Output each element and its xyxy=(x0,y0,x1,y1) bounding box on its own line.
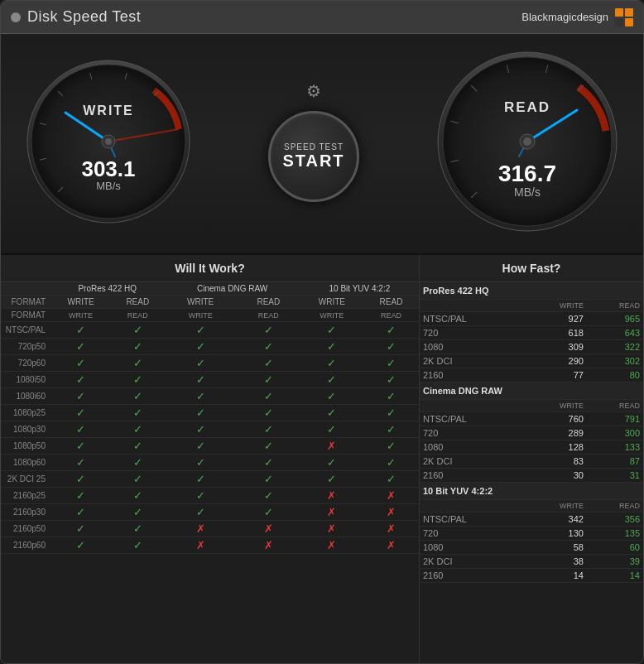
table-row: FORMATWRITEREADWRITEREADWRITEREAD xyxy=(1,309,419,322)
check-icon: ✓ xyxy=(264,440,273,452)
row-label: 2K DCI xyxy=(420,555,524,569)
value-cell: ✓ xyxy=(237,372,300,388)
value-cell: ✓ xyxy=(111,455,164,471)
read-value: 14 xyxy=(587,569,643,583)
value-cell: ✓ xyxy=(50,455,111,471)
value-cell: ✓ xyxy=(164,488,237,504)
yuv-read-header: READ xyxy=(363,296,419,309)
logo-area: Blackmagicdesign xyxy=(521,8,633,26)
format-cell: 1080p60 xyxy=(1,455,50,471)
table-row: 1080p25✓✓✓✓✓✓ xyxy=(1,405,419,421)
format-cell: FORMAT xyxy=(1,309,50,322)
value-cell: ✓ xyxy=(111,388,164,405)
format-cell: 2160p50 xyxy=(1,521,50,537)
format-cell: 1080i50 xyxy=(1,372,50,388)
check-icon: ✓ xyxy=(133,522,142,535)
check-icon: ✓ xyxy=(76,340,85,353)
gear-icon[interactable]: ⚙ xyxy=(306,81,321,101)
value-cell: ✗ xyxy=(164,537,237,554)
data-row: 2K DCI290302 xyxy=(420,354,643,368)
col-header-cell xyxy=(420,400,524,412)
data-row: 720130135 xyxy=(420,527,643,541)
app-window: Disk Speed Test Blackmagicdesign xyxy=(0,0,644,664)
check-icon: ✓ xyxy=(76,407,85,419)
row-label: NTSC/PAL xyxy=(420,312,524,326)
check-icon: ✓ xyxy=(76,539,85,551)
check-icon: ✓ xyxy=(264,340,273,353)
write-gauge: WRITE 303.1 MB/s xyxy=(26,59,191,224)
value-cell: ✓ xyxy=(111,504,164,521)
format-cell: NTSC/PAL xyxy=(1,322,50,339)
value-cell: ✗ xyxy=(300,488,363,504)
value-cell: WRITE xyxy=(50,309,111,322)
col-header-cell: WRITE xyxy=(524,300,587,312)
value-cell: ✗ xyxy=(237,521,300,537)
row-label: 2K DCI xyxy=(420,354,524,368)
read-value: 965 xyxy=(587,312,643,326)
value-cell: ✓ xyxy=(237,322,300,339)
check-icon: ✓ xyxy=(264,456,273,469)
value-cell: ✓ xyxy=(50,355,111,372)
read-value: 322 xyxy=(587,340,643,354)
format-cell: 2160p30 xyxy=(1,504,50,521)
check-icon: ✓ xyxy=(387,473,396,485)
check-icon: ✓ xyxy=(387,340,396,353)
svg-text:MB/s: MB/s xyxy=(514,185,541,199)
col-header-row: WRITEREAD xyxy=(420,300,643,312)
check-icon: ✓ xyxy=(196,489,205,502)
format-col-header: FORMAT xyxy=(1,296,50,309)
svg-point-30 xyxy=(523,137,531,146)
check-icon: ✓ xyxy=(196,423,205,435)
value-cell: ✗ xyxy=(363,504,419,521)
format-cell: 1080p50 xyxy=(1,438,50,455)
value-cell: ✓ xyxy=(237,488,300,504)
value-cell: ✓ xyxy=(363,355,419,372)
close-button[interactable] xyxy=(11,12,21,22)
cross-icon: ✗ xyxy=(327,522,336,535)
check-icon: ✓ xyxy=(76,473,85,485)
svg-text:READ: READ xyxy=(504,99,550,115)
start-button[interactable]: SPEED TEST START xyxy=(268,111,359,202)
svg-point-13 xyxy=(105,138,112,145)
value-cell: ✓ xyxy=(50,488,111,504)
check-icon: ✓ xyxy=(264,473,273,485)
check-icon: ✓ xyxy=(196,440,205,452)
yuv-write-header: WRITE xyxy=(300,296,363,309)
check-icon: ✓ xyxy=(76,506,85,518)
row-label: 720 xyxy=(420,426,524,440)
value-cell: ✓ xyxy=(50,421,111,438)
check-icon: ✓ xyxy=(387,373,396,386)
section-header-cell: Cinema DNG RAW xyxy=(420,383,643,400)
col-header-cell: READ xyxy=(587,300,643,312)
section-header-cell: ProRes 422 HQ xyxy=(420,282,643,300)
value-cell: ✓ xyxy=(237,438,300,455)
value-cell: ✓ xyxy=(50,537,111,554)
title-bar-left: Disk Speed Test xyxy=(11,8,141,26)
check-icon: ✓ xyxy=(196,324,205,336)
write-value: 289 xyxy=(524,426,587,440)
check-icon: ✓ xyxy=(133,489,142,502)
col-sub-header-row: FORMAT WRITE READ WRITE READ WRITE READ xyxy=(1,296,419,309)
value-cell: ✓ xyxy=(50,388,111,405)
logo-text: Blackmagicdesign xyxy=(521,11,608,23)
write-value: 130 xyxy=(524,527,587,541)
value-cell: ✗ xyxy=(237,537,300,554)
read-value: 300 xyxy=(587,426,643,440)
data-row: 21603031 xyxy=(420,469,643,483)
value-cell: ✗ xyxy=(363,488,419,504)
row-label: 1080 xyxy=(420,340,524,354)
col-group-row: ProRes 422 HQ Cinema DNG RAW 10 Bit YUV … xyxy=(1,282,419,296)
cross-icon: ✗ xyxy=(387,522,396,535)
left-table: Will It Work? ProRes 422 HQ Cinema DNG R… xyxy=(1,255,420,663)
format-cell: 2K DCI 25 xyxy=(1,471,50,488)
format-cell: 720p60 xyxy=(1,355,50,372)
data-row: NTSC/PAL760791 xyxy=(420,412,643,426)
value-cell: ✓ xyxy=(50,438,111,455)
check-icon: ✓ xyxy=(327,340,336,353)
value-cell: ✓ xyxy=(164,421,237,438)
col-header-cell: READ xyxy=(587,500,643,512)
check-icon: ✓ xyxy=(76,423,85,435)
will-it-work-table: ProRes 422 HQ Cinema DNG RAW 10 Bit YUV … xyxy=(1,282,419,554)
logo-sq-2 xyxy=(625,8,633,17)
check-icon: ✓ xyxy=(133,456,142,469)
